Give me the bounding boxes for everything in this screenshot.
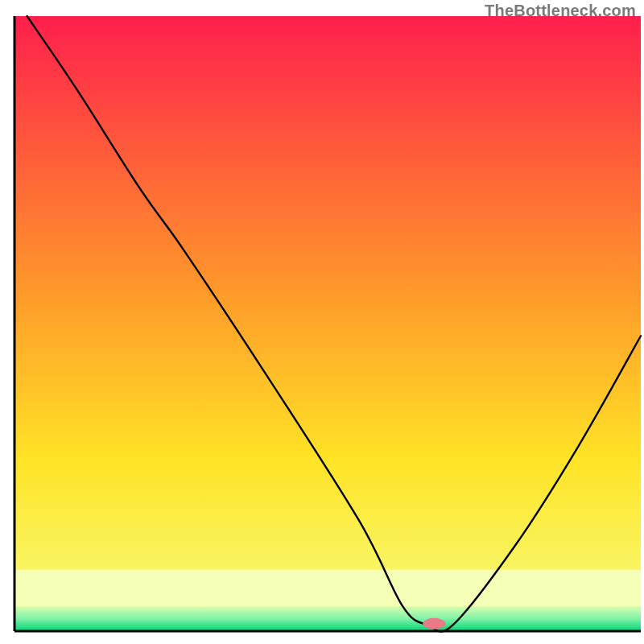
chart-canvas xyxy=(0,0,644,644)
green-band xyxy=(14,606,641,631)
plot-background xyxy=(14,16,641,631)
bottleneck-chart: TheBottleneck.com xyxy=(0,0,644,644)
optimal-marker xyxy=(423,618,445,630)
watermark-text: TheBottleneck.com xyxy=(485,2,636,20)
pale-band xyxy=(14,570,641,607)
